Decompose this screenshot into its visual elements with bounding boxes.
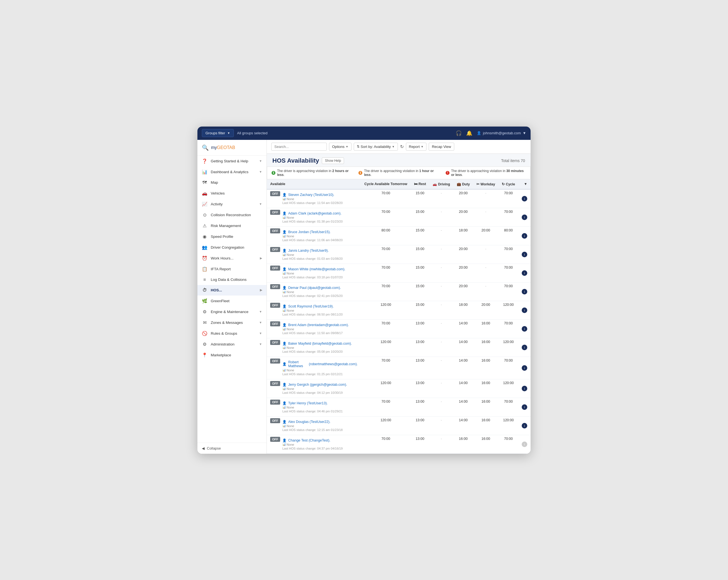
toolbar: Options ▼ ⇅ Sort by: Availability ▼ ↻ Re… bbox=[267, 140, 530, 154]
cycle-tomorrow-cell: 120:00 bbox=[361, 379, 410, 398]
sort-button[interactable]: ⇅ Sort by: Availability ▼ bbox=[354, 143, 398, 151]
driver-name-link[interactable]: Adam Clark (aclark@geotab.com). bbox=[288, 212, 341, 215]
sidebar-item-collision[interactable]: ⊙ Collision Reconstruction bbox=[198, 210, 266, 220]
search-input[interactable] bbox=[271, 143, 327, 151]
sidebar-item-activity[interactable]: 📈 Activity ▼ bbox=[198, 199, 266, 210]
row-info-button[interactable]: i bbox=[522, 326, 527, 332]
driver-group: 📊 None bbox=[282, 443, 343, 446]
sidebar-item-label: Rules & Groups bbox=[211, 331, 237, 335]
driver-group: 📊 None bbox=[282, 309, 343, 312]
driver-person-icon: 👤 bbox=[282, 420, 287, 424]
report-arrow-icon: ▼ bbox=[421, 145, 424, 148]
show-help-button[interactable]: Show Help bbox=[322, 157, 344, 164]
driver-cell: 👤 Jerry Gergich (jgergich@geotab.com). 📊… bbox=[282, 381, 347, 396]
driver-name-link[interactable]: Tyler Henry (TestUser13). bbox=[288, 401, 328, 405]
sidebar-item-risk[interactable]: ⚠ Risk Management bbox=[198, 220, 266, 231]
rest-cell: 13:00 bbox=[411, 320, 430, 338]
report-button[interactable]: Report ▼ bbox=[406, 143, 427, 151]
driver-cell: 👤 Tyler Henry (TestUser13). 📊 None Last … bbox=[282, 399, 343, 415]
workday-cell: 16:00 bbox=[473, 320, 498, 338]
sidebar-item-ifta[interactable]: 📋 IFTA Report bbox=[198, 264, 266, 274]
driver-name-link[interactable]: Demar Paul (dpaul@geotab.com). bbox=[288, 286, 341, 290]
headset-icon[interactable]: 🎧 bbox=[456, 130, 462, 136]
sidebar-item-getting-started[interactable]: ❓ Getting Started & Help ▼ bbox=[198, 156, 266, 166]
sidebar-item-marketplace[interactable]: 📍 Marketplace bbox=[198, 350, 266, 360]
logo-geotab: GEOTAB bbox=[217, 145, 235, 150]
rest-cell: 15:00 bbox=[411, 226, 430, 245]
sidebar-item-engine[interactable]: ⚙ Engine & Maintenance ▼ bbox=[198, 306, 266, 317]
sidebar-item-dashboard[interactable]: 📊 Dashboard & Analytics ▼ bbox=[198, 166, 266, 177]
driver-name-link[interactable]: Steven Zachary (TestUser10). bbox=[288, 193, 334, 197]
user-menu[interactable]: 👤 johnsmith@geotab.com ▼ bbox=[477, 131, 526, 135]
recap-label: Recap View bbox=[432, 145, 451, 149]
col-header-cycle: ↻ Cycle bbox=[498, 179, 518, 189]
user-email: johnsmith@geotab.com bbox=[483, 131, 521, 135]
driver-name-link[interactable]: Brent Adam (brentadam@geotab.com). bbox=[288, 323, 349, 327]
driver-name-link[interactable]: Change Test (ChangeTest). bbox=[288, 439, 331, 442]
sidebar-item-vehicles[interactable]: 🚗 Vehicles bbox=[198, 188, 266, 199]
driver-name-link[interactable]: Mason White (mwhite@geotab.com). bbox=[288, 267, 345, 271]
driving-cell: - bbox=[429, 338, 453, 357]
last-change: Last HOS status change: 01:25 pm 02/12/2… bbox=[282, 372, 358, 376]
sidebar-item-speed[interactable]: ◉ Speed Profile bbox=[198, 231, 266, 242]
options-button[interactable]: Options ▼ bbox=[329, 143, 352, 151]
sidebar-item-hos[interactable]: ⏱ HOS... ▶ bbox=[198, 285, 266, 296]
row-info-button: i bbox=[522, 442, 527, 447]
driver-name-link[interactable]: Jerry Gergich (jgergich@geotab.com). bbox=[288, 383, 347, 387]
sidebar-item-label: Engine & Maintenance bbox=[211, 310, 249, 314]
chevron-down-icon: ▼ bbox=[259, 321, 262, 324]
driver-name-link[interactable]: Scott Raymond (TestUser19). bbox=[288, 304, 334, 308]
sidebar-item-workhours[interactable]: ⏰ Work Hours... ▶ bbox=[198, 253, 266, 264]
driving-cell: - bbox=[429, 301, 453, 320]
dash-value: - bbox=[441, 191, 442, 195]
row-info-button[interactable]: i bbox=[522, 386, 527, 391]
driver-name-link[interactable]: Jarvis Landry (TestUser9). bbox=[288, 249, 329, 252]
speed-icon: ◉ bbox=[202, 234, 207, 239]
info-cell: i bbox=[518, 226, 530, 245]
sidebar-item-admin[interactable]: ⚙ Administration ▼ bbox=[198, 339, 266, 350]
sidebar-item-greenfleet[interactable]: 🌿 GreenFleet bbox=[198, 296, 266, 306]
sidebar-item-zones[interactable]: ✉ Zones & Messages ▼ bbox=[198, 317, 266, 328]
row-info-button[interactable]: i bbox=[522, 252, 527, 257]
sidebar-item-congregation[interactable]: 👥 Driver Congregation bbox=[198, 242, 266, 253]
driver-group: 📊 None bbox=[282, 290, 343, 294]
driver-name-link[interactable]: Alex Douglas (TestUser22). bbox=[288, 420, 331, 424]
duty-icon: 💼 bbox=[457, 182, 461, 186]
duty-cell: 14:00 bbox=[453, 338, 473, 357]
sidebar-collapse-button[interactable]: ◀ Collapse bbox=[198, 443, 266, 454]
row-info-button[interactable]: i bbox=[522, 365, 527, 371]
row-info-button[interactable]: i bbox=[522, 233, 527, 239]
table-row: OFF 👤 Demar Paul (dpaul@geotab.com). 📊 N… bbox=[267, 282, 530, 301]
info-cell: i bbox=[518, 398, 530, 416]
bell-icon[interactable]: 🔔 bbox=[466, 130, 472, 136]
row-info-button[interactable]: i bbox=[522, 215, 527, 220]
groups-filter-button[interactable]: Groups filter ▼ bbox=[202, 129, 234, 137]
row-info-button[interactable]: i bbox=[522, 345, 527, 350]
driver-name-link[interactable]: Bruce Jordan (TestUser15). bbox=[288, 230, 331, 234]
row-info-button[interactable]: i bbox=[522, 196, 527, 201]
driver-name-link[interactable]: Robert Matthews bbox=[288, 360, 306, 368]
sidebar-item-map[interactable]: 🗺 Map bbox=[198, 177, 266, 188]
workday-cell: - bbox=[473, 208, 498, 226]
refresh-button[interactable]: ↻ bbox=[400, 144, 404, 149]
table-row: OFF 👤 Bruce Jordan (TestUser15). 📊 None … bbox=[267, 226, 530, 245]
sidebar-item-logdata[interactable]: ≡ Log Data & Collisions bbox=[198, 274, 266, 285]
table-row: OFF 👤 Brent Adam (brentadam@geotab.com).… bbox=[267, 320, 530, 338]
recap-view-button[interactable]: Recap View bbox=[429, 143, 454, 151]
driver-email-link[interactable]: (robertmatthews@geotab.com). bbox=[309, 362, 358, 366]
driver-name-link[interactable]: Baker Mayfield (bmayfield@geotab.com). bbox=[288, 341, 352, 346]
alert-orange: ℹ The driver is approaching violation in… bbox=[359, 169, 439, 177]
group-icon: 📊 bbox=[282, 443, 286, 446]
dash-value: - bbox=[441, 359, 442, 362]
row-info-button[interactable]: i bbox=[522, 404, 527, 410]
table-wrapper: Available Cycle Available Tomorrow 🛏 Res… bbox=[267, 179, 530, 454]
sidebar-item-rules[interactable]: 🚫 Rules & Groups ▼ bbox=[198, 328, 266, 339]
row-info-button[interactable]: i bbox=[522, 423, 527, 429]
driver-row: 👤 Jarvis Landry (TestUser9). bbox=[282, 249, 343, 252]
status-badge: OFF bbox=[270, 266, 280, 271]
chevron-right-icon: ▶ bbox=[260, 288, 262, 292]
row-info-button[interactable]: i bbox=[522, 307, 527, 313]
row-info-button[interactable]: i bbox=[522, 289, 527, 295]
row-info-button[interactable]: i bbox=[522, 270, 527, 276]
col-header-driving: 🚗 Driving bbox=[429, 179, 453, 189]
